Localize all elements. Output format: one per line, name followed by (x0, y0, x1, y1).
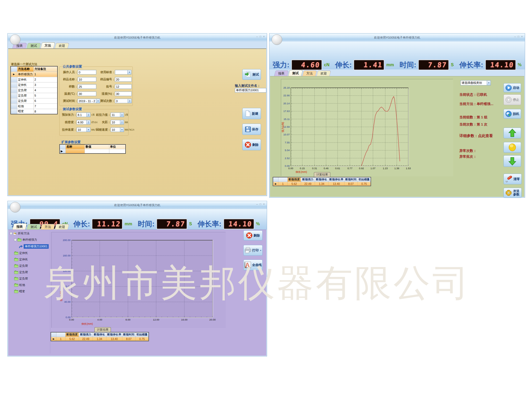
ext-params-table[interactable]: 名称 数值 单位 ▶ (59, 144, 126, 154)
spinner-arrows-icon[interactable]: ▲▼ (120, 120, 124, 124)
tab-test[interactable]: 测试 (288, 70, 303, 76)
tree-item-all-methods[interactable]: − 所有方法 (10, 231, 50, 235)
pull-start-stepper[interactable] (111, 113, 120, 117)
table-row[interactable]: 蠕变8 (11, 109, 57, 114)
save-button[interactable]: 保存 (242, 124, 261, 135)
new-button[interactable]: 新建 (242, 108, 261, 119)
standard-select[interactable] (115, 70, 128, 74)
pretension-stepper[interactable] (77, 113, 87, 117)
offline-button[interactable]: 脱机 (504, 109, 521, 119)
table-row[interactable]: 定伸长3 (11, 82, 57, 88)
tab-test[interactable]: 测试 (26, 224, 41, 230)
maximize-button[interactable]: □ (518, 35, 519, 38)
tree-item-method-folder[interactable]: − 单纤维强力 (14, 238, 50, 242)
tree-item-method-folder[interactable]: 定伸长 (14, 251, 50, 255)
test-times-stepper[interactable] (115, 99, 128, 103)
tree-item-method-folder[interactable]: 定负荷 (14, 270, 50, 274)
full-curve-button[interactable]: 全曲线 (243, 260, 263, 270)
batch-no-input[interactable] (115, 84, 132, 89)
tab-method[interactable]: 方法 (302, 70, 317, 76)
minimize-button[interactable]: – (256, 35, 258, 38)
tab-report[interactable]: 报表 (12, 223, 27, 230)
table-row[interactable]: 定负荷5 (11, 93, 57, 98)
pause-indicator-button[interactable] (504, 142, 521, 153)
tree-item-method-folder[interactable]: 蠕变 (14, 289, 50, 293)
table-row[interactable]: ▶ 单纤维强力1 (11, 72, 57, 77)
table-row[interactable]: 定负荷4 (11, 88, 57, 93)
maximize-button[interactable]: □ (260, 35, 261, 38)
stretch-speed-select[interactable] (77, 127, 87, 132)
close-button[interactable]: × (521, 35, 523, 38)
table-row[interactable]: 定伸长2 (11, 77, 57, 82)
move-up-button[interactable] (504, 128, 521, 138)
tab-welcome[interactable]: 欢迎 (55, 224, 69, 230)
chevron-down-icon[interactable]: ▼ (120, 127, 124, 132)
chevron-down-icon[interactable]: ▼ (128, 70, 131, 74)
maximize-button[interactable]: □ (260, 203, 261, 206)
results-table[interactable]: 断裂强度 断裂强力 断裂伸长 断裂伸长率 断裂时间 初始模量 ▶ 1 5.622… (51, 332, 149, 341)
titlebar[interactable]: 欢迎使用YG005E电子单纤维强力机 – □ × (8, 34, 267, 41)
table-row[interactable]: ▶ 1 5.6222.491.34 13.408.070.75 (273, 182, 371, 186)
return-speed-select[interactable] (111, 127, 120, 132)
delete-button[interactable]: 删除 (243, 230, 263, 240)
linear-density-stepper[interactable] (77, 120, 87, 124)
print-button[interactable]: 打印 ▼ (243, 245, 263, 256)
sample-no-input[interactable] (115, 77, 132, 82)
tree-item-method-folder[interactable]: 定负荷 (14, 264, 50, 268)
tree-item-method-folder[interactable]: 定伸长 (14, 257, 50, 261)
minimize-button[interactable]: – (514, 35, 516, 38)
table-row[interactable]: 定负荷6 (11, 98, 57, 103)
clear-zero-button[interactable]: 清零 (504, 174, 522, 184)
sample-name-input[interactable] (78, 77, 96, 82)
spinner-arrows-icon[interactable]: ▲▼ (87, 113, 90, 117)
results-tab[interactable]: 计算结果 (94, 327, 111, 332)
tree-item-method-folder[interactable]: 定负荷 (14, 277, 50, 281)
table-row[interactable]: 松弛7 (11, 103, 57, 109)
table-row[interactable]: ▶ 1 5.6222.491.34 13.408.070.75 (51, 337, 149, 341)
tab-welcome[interactable]: 欢迎 (316, 70, 331, 76)
results-tab[interactable]: 计算结果 (314, 172, 330, 177)
expand-toggle-icon[interactable]: − (10, 232, 12, 235)
spinner-arrows-icon[interactable]: ▲▼ (87, 120, 90, 124)
tree-item-test-file[interactable]: 单纤维强力10001 (19, 244, 50, 249)
humidity-input[interactable] (115, 92, 132, 96)
operator-input[interactable] (78, 70, 96, 74)
titlebar[interactable]: 欢迎使用YG005E电子单纤维强力机 – □ × (269, 34, 525, 41)
run-test-button[interactable]: GO 测试 (242, 69, 261, 80)
curve-chart-icon (244, 261, 251, 268)
stop-button[interactable]: 停止 (504, 94, 521, 105)
tab-welcome[interactable]: 欢迎 (55, 43, 69, 48)
close-button[interactable]: × (263, 203, 265, 206)
test-date-select[interactable] (78, 99, 96, 103)
tab-report[interactable]: 报表 (274, 70, 289, 76)
method-name-header[interactable]: 方法名称 (17, 66, 34, 72)
temperature-input[interactable] (78, 92, 96, 96)
close-button[interactable]: × (263, 35, 265, 38)
spinner-arrows-icon[interactable]: ▲▼ (120, 113, 124, 117)
tab-test[interactable]: 测试 (26, 43, 41, 48)
status-detail-link[interactable]: 详细参数：点此查看 (459, 134, 493, 138)
tree-item-method-folder[interactable]: 松弛 (14, 283, 50, 287)
results-table[interactable]: 断裂强度 断裂强力 断裂伸长 断裂伸长率 断裂时间 初始模量 ▶ 1 5.622… (273, 177, 371, 186)
method-table[interactable]: 方法名称 方法备注 ▶ 单纤维强力1 定伸长2 定伸长3 定负荷4 定负荷5 定… (10, 66, 58, 114)
titlebar[interactable]: 欢迎使用YG005E电子单纤维强力机 – □ × (8, 201, 267, 209)
start-button[interactable]: 启动 (504, 83, 521, 92)
filename-input[interactable] (235, 88, 266, 93)
tab-method[interactable]: 方法 (40, 42, 55, 48)
move-down-button[interactable] (504, 155, 521, 167)
sample-count-input[interactable] (78, 84, 96, 89)
expand-toggle-icon[interactable]: − (14, 239, 16, 241)
curve-type-select[interactable]: 请选择曲线类别▼ (460, 80, 491, 85)
delete-button[interactable]: 删除 (242, 139, 261, 150)
gauge-length-stepper[interactable] (111, 120, 120, 124)
minimize-button[interactable]: – (256, 203, 258, 206)
spinner-arrows-icon[interactable]: ▲▼ (128, 99, 132, 103)
chevron-down-icon[interactable]: ▼ (260, 250, 262, 251)
method-note-header[interactable]: 方法备注 (34, 66, 57, 72)
chevron-down-icon[interactable]: ▼ (87, 127, 90, 132)
send-params-button[interactable]: 发送参数 (504, 188, 522, 198)
tab-method[interactable]: 方法 (40, 224, 55, 230)
elongation-label: 伸长: (335, 60, 352, 70)
table-row[interactable]: ▶ (60, 149, 126, 153)
chevron-down-icon[interactable]: ▼ (487, 80, 491, 85)
